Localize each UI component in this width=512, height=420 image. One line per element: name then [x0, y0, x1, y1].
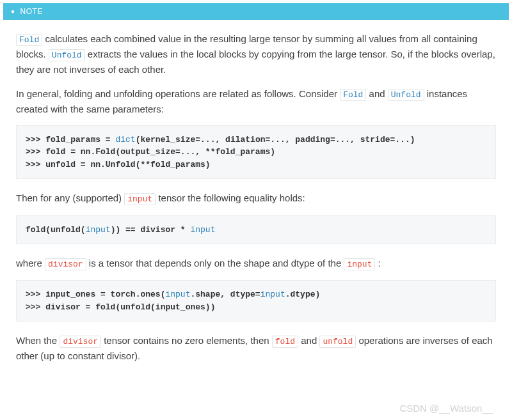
input-var: input	[165, 290, 190, 299]
code-block-3: >>> input_ones = torch.ones(input.shape,…	[16, 280, 496, 322]
note-header: ● NOTE	[3, 3, 509, 20]
unfold-ref[interactable]: Unfold	[388, 89, 424, 101]
text: and	[366, 88, 387, 99]
text: tensor contains no zero elements, then	[101, 335, 272, 346]
fold-literal: fold	[272, 336, 298, 348]
paragraph-1: Fold calculates each combined value in t…	[16, 31, 496, 77]
paragraph-5: When the divisor tensor contains no zero…	[16, 333, 496, 363]
code-block-2: fold(unfold(input)) == divisor * input	[16, 215, 496, 245]
note-body: Fold calculates each combined value in t…	[3, 20, 509, 385]
note-admonition: ● NOTE Fold calculates each combined val…	[3, 3, 509, 385]
text: and	[298, 335, 319, 346]
code-line: >>> fold_params =	[26, 135, 115, 144]
paragraph-2: In general, folding and unfolding operat…	[16, 86, 496, 116]
dict-keyword: dict	[115, 135, 135, 144]
input-literal: input	[344, 258, 375, 270]
text: is a tensor that depends only on the sha…	[86, 258, 344, 268]
unfold-ref[interactable]: Unfold	[49, 49, 85, 61]
input-literal: input	[124, 193, 156, 205]
watermark: CSDN @__Watson__	[399, 403, 493, 414]
code-line: .shape, dtype=	[190, 290, 260, 299]
text: Then for any (supported)	[16, 192, 124, 203]
input-var: input	[260, 290, 285, 299]
code-line: >>> divisor = fold(unfold(input_ones))	[26, 302, 215, 312]
code-line: )) == divisor *	[111, 225, 191, 235]
paragraph-3: Then for any (supported) input tensor th…	[16, 191, 496, 206]
text: where	[16, 258, 45, 268]
fold-ref[interactable]: Fold	[16, 34, 42, 46]
bullet-icon: ●	[11, 8, 15, 15]
unfold-literal: unfold	[319, 336, 356, 348]
code-line: .dtype)	[285, 290, 321, 299]
code-line: fold(unfold(	[26, 225, 86, 235]
code-line: (kernel_size=..., dilation=..., padding=…	[136, 135, 415, 144]
paragraph-4: where divisor is a tensor that depends o…	[16, 256, 496, 271]
text: tensor the following equality holds:	[156, 192, 305, 203]
text: When the	[16, 335, 60, 346]
input-var: input	[86, 225, 111, 235]
divisor-literal: divisor	[45, 258, 86, 270]
fold-ref[interactable]: Fold	[340, 89, 366, 101]
text: In general, folding and unfolding operat…	[16, 88, 340, 99]
code-line: >>> input_ones = torch.ones(	[26, 290, 165, 299]
note-title: NOTE	[20, 7, 43, 16]
divisor-literal: divisor	[60, 336, 101, 348]
input-var: input	[190, 225, 215, 235]
text: extracts the values in the local blocks …	[16, 49, 495, 75]
code-line: >>> unfold = nn.Unfold(**fold_params)	[26, 160, 211, 169]
text: :	[375, 258, 380, 268]
code-block-1: >>> fold_params = dict(kernel_size=..., …	[16, 125, 496, 180]
code-line: >>> fold = nn.Fold(output_size=..., **fo…	[26, 147, 275, 157]
